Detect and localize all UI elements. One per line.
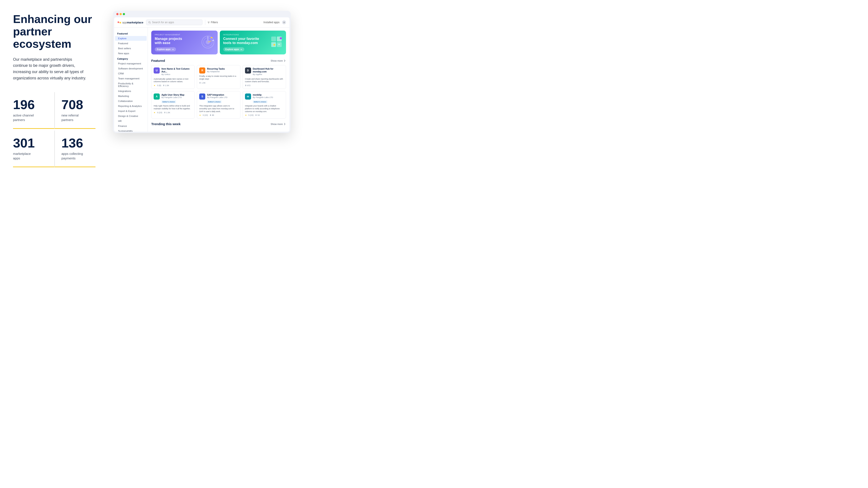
stats-grid: 196 active channelpartners 708 new refer… [13, 92, 95, 169]
app-card-header-4: A Agile User Story Map By Pangolin Labs … [154, 94, 192, 103]
close-button[interactable]: ✕ [282, 21, 286, 24]
sidebar-item-sustainability[interactable]: Sustainability [115, 129, 147, 132]
sidebar-item-explore[interactable]: Explore [115, 36, 147, 41]
trending-show-more[interactable]: Show more [271, 123, 286, 125]
rating-1: 5 (8) [157, 85, 161, 87]
hero-illustration-purple [200, 34, 215, 51]
app-card-recurring-tasks[interactable]: R Recurring Tasks By Adaptavist Finally,… [197, 65, 240, 89]
sidebar-item-bestsellers[interactable]: Best sellers [115, 46, 147, 51]
badge-editors-choice-6: Editor's choice [253, 100, 267, 103]
browser-window: appmarketplace Search for an apps [113, 11, 291, 133]
svg-point-16 [280, 37, 282, 39]
sidebar-item-software-dev[interactable]: Software development [115, 66, 147, 71]
app-author-6: By Pangolin Labs LTD [253, 96, 273, 98]
stars-5: ★ [199, 114, 201, 116]
sidebar-item-design[interactable]: Design & Creative [115, 113, 147, 119]
marketplace-logo-text: appmarketplace [122, 21, 144, 24]
sidebar-category-label: Category [114, 57, 148, 61]
app-card-monblip[interactable]: m monblip By Pangolin Labs LTD Editor's … [243, 91, 286, 119]
app-card-header-2: R Recurring Tasks By Adaptavist [199, 67, 238, 73]
sidebar-item-integrations[interactable]: Integrations [115, 89, 147, 94]
browser-content: appmarketplace Search for an apps [114, 18, 289, 132]
app-desc-6: Integrate your boards with a chatbot pla… [245, 104, 284, 113]
sidebar-item-team-management[interactable]: Team management [115, 76, 147, 81]
downloads-3: ⬇ 672 [245, 85, 251, 87]
hero-banners: Project Management Manage projectswith e… [151, 31, 286, 55]
downloads-2: ⬇ 1.5K [199, 82, 206, 84]
app-card-header-1: U Item Name & Text Column Aut... By Unkc… [154, 67, 192, 76]
search-placeholder: Search for an apps [152, 21, 174, 24]
app-grid-featured: U Item Name & Text Column Aut... By Unkc… [151, 65, 286, 119]
explore-apps-button-green[interactable]: Explore apps [223, 47, 245, 52]
sidebar-item-marketing[interactable]: Marketing [115, 94, 147, 98]
app-stats-1: ★ 5 (8) ⬇ 1.5K [154, 85, 192, 87]
svg-rect-10 [211, 37, 212, 38]
sidebar-item-hr[interactable]: HR [115, 119, 147, 123]
stat-number-referral-partners: 708 [61, 98, 91, 111]
sidebar-item-import-export[interactable]: Import & Export [115, 109, 147, 113]
marketplace-header: appmarketplace Search for an apps [114, 18, 289, 28]
app-desc-4: Help Agile Teams define what to build an… [154, 104, 192, 110]
stat-label-channel-partners: active channelpartners [13, 113, 50, 122]
sidebar-item-newapps[interactable]: New apps [115, 51, 147, 56]
app-card-header-3: D Dashboard Hub for monday.com By Appfir… [245, 67, 284, 76]
dot-red [116, 13, 119, 15]
stat-label-referral-partners: new referralpartners [61, 113, 91, 122]
logo-dot-1 [118, 22, 119, 23]
svg-rect-12 [271, 37, 276, 41]
circle-illustration [200, 34, 215, 50]
hero-illustration-green [271, 36, 284, 49]
app-author-4: By Pangolin Labs LTD [161, 96, 184, 98]
downloads-6: ⬇ 53 [255, 114, 260, 116]
stat-number-payment-apps: 136 [61, 137, 91, 150]
installed-apps-button[interactable]: Installed apps [264, 21, 279, 24]
downloads-4: ⬇ 1.5K [164, 111, 170, 113]
featured-section-header: Featured Show more [151, 59, 286, 62]
featured-show-more[interactable]: Show more [271, 59, 286, 62]
svg-rect-11 [212, 40, 214, 41]
app-desc-1: Automatically update item names or text … [154, 78, 192, 83]
trending-show-more-arrow-icon [283, 123, 286, 125]
trending-title: Trending this week [151, 122, 181, 126]
sidebar-item-productivity[interactable]: Productivity & Efficiency [115, 81, 147, 89]
app-card-agile-story-map[interactable]: A Agile User Story Map By Pangolin Labs … [151, 91, 195, 119]
explore-apps-button-purple[interactable]: Explore apps [155, 47, 176, 52]
app-name-6: monblip [253, 94, 273, 96]
arrow-right-icon-green [240, 48, 242, 51]
filters-button[interactable]: Filters [205, 20, 220, 25]
app-author-2: By Adaptavist [207, 70, 225, 73]
show-more-arrow-icon [283, 59, 286, 62]
sidebar-featured-label: Featured [114, 31, 148, 36]
stars-4: ★ [154, 111, 155, 113]
app-name-4: Agile User Story Map [161, 94, 184, 96]
app-name-1: Item Name & Text Column Aut... [161, 67, 192, 73]
stars-1: ★ [154, 85, 155, 87]
sidebar-item-featured[interactable]: Featured [115, 41, 147, 46]
rating-6: 5 (23) [248, 114, 254, 116]
sidebar-item-crm[interactable]: CRM [115, 71, 147, 76]
app-stats-4: ★ 5 (23) ⬇ 1.5K [154, 111, 192, 113]
app-stats-5: ★ 5 (23) ⬇ 88 [199, 114, 238, 116]
sidebar-item-reporting[interactable]: Reporting & Analytics [115, 104, 147, 108]
app-author-1: By Unkco [161, 73, 192, 75]
app-card-sap-integration[interactable]: S SAP Integration By Pangolin Labs LTD E… [197, 91, 240, 119]
sidebar-item-finance[interactable]: Finance [115, 124, 147, 128]
featured-title: Featured [151, 59, 165, 62]
app-card-header-5: S SAP Integration By Pangolin Labs LTD E… [199, 94, 238, 103]
app-card-item-name-column[interactable]: U Item Name & Text Column Aut... By Unkc… [151, 65, 195, 89]
stat-number-marketplace-apps: 301 [13, 137, 50, 150]
logo-icon [118, 22, 121, 24]
trending-section-header: Trending this week Show more [151, 122, 286, 126]
app-stats-2: ⬇ 1.5K [199, 82, 238, 84]
sidebar-item-collaboration[interactable]: Collaboration [115, 99, 147, 103]
app-stats-6: ★ 5 (23) ⬇ 53 [245, 114, 284, 116]
app-card-dashboard-hub[interactable]: D Dashboard Hub for monday.com By Appfir… [243, 65, 286, 89]
app-icon-5: S [199, 94, 205, 100]
svg-point-17 [273, 44, 275, 46]
sidebar: Featured Explore Featured Best sellers N… [114, 28, 148, 132]
dot-yellow [120, 13, 122, 15]
search-bar[interactable]: Search for an apps [146, 20, 203, 25]
rating-5: 5 (23) [203, 114, 208, 116]
svg-point-0 [149, 22, 150, 23]
sidebar-item-project-management[interactable]: Project management [115, 61, 147, 66]
